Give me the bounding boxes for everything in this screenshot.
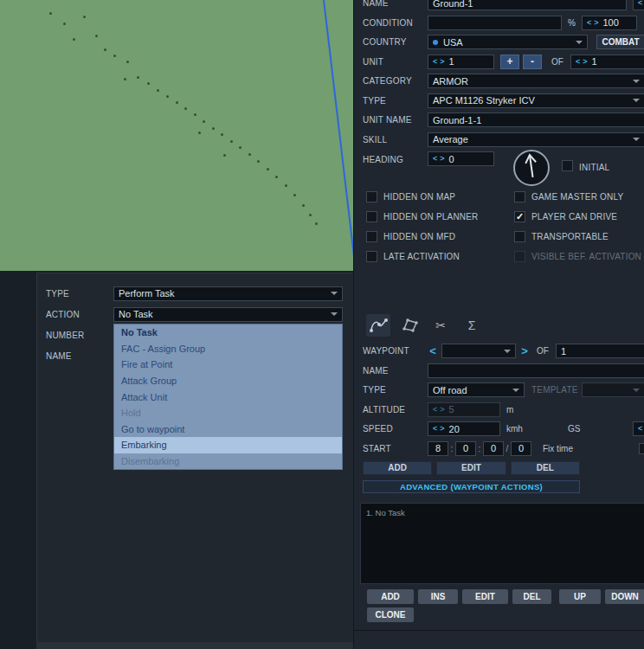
unit-total-spinner[interactable]: < > 1 xyxy=(570,55,644,69)
clone-row: CLONE xyxy=(367,607,644,622)
task-edit-button[interactable]: EDIT xyxy=(462,589,508,604)
task-up-button[interactable]: UP xyxy=(559,589,601,604)
waypoint-add-button[interactable]: ADD xyxy=(363,461,432,475)
condition-spinner[interactable]: < > 100 xyxy=(582,16,637,30)
task-type-dropdown[interactable]: Perform Task xyxy=(113,286,343,301)
speed-unit-label: kmh xyxy=(506,424,523,434)
task-add-button[interactable]: ADD xyxy=(367,589,414,604)
hidden-on-map-checkbox[interactable] xyxy=(366,191,377,202)
unit-name-label: UNIT NAME xyxy=(363,115,428,125)
spinner-right-icon[interactable]: > xyxy=(440,58,444,66)
country-dropdown[interactable]: USA xyxy=(428,35,588,49)
dropdown-option-highlighted[interactable]: Embarking xyxy=(114,437,342,453)
dropdown-option[interactable]: No Task xyxy=(114,324,342,341)
dropdown-option[interactable]: Go to waypoint xyxy=(114,421,342,438)
spinner-left-icon[interactable]: < xyxy=(587,19,591,27)
advanced-waypoint-actions-button[interactable]: ADVANCED (WAYPOINT ACTIONS) xyxy=(363,480,580,493)
hidden-on-planner-option: HIDDEN ON PLANNER xyxy=(366,211,514,222)
next-waypoint-button[interactable]: > xyxy=(519,344,530,357)
gs-spinner-clipped[interactable]: < > xyxy=(633,421,644,436)
waypoint-label: WAYPOINT xyxy=(363,346,428,356)
spinner-left-icon[interactable]: < xyxy=(638,0,642,7)
waypoint-del-button[interactable]: DEL xyxy=(511,461,580,475)
map-view[interactable] xyxy=(0,0,353,271)
type-dropdown[interactable]: APC M1126 Stryker ICV xyxy=(428,93,644,108)
spinner-left-icon[interactable]: < xyxy=(433,155,437,163)
waypoint-type-dropdown[interactable]: Off road xyxy=(428,382,525,397)
spinner-right-icon[interactable]: > xyxy=(440,425,444,433)
speed-spinner[interactable]: < > 20 xyxy=(428,421,500,436)
waypoint-total-input[interactable]: 1 xyxy=(556,344,644,358)
name-spinner-clipped[interactable]: < > xyxy=(633,0,644,10)
game-master-only-checkbox[interactable] xyxy=(514,191,525,202)
dropdown-option[interactable]: Disembarking xyxy=(114,453,342,470)
group-name-input[interactable]: Ground-1 xyxy=(428,0,627,10)
combat-button[interactable]: COMBAT xyxy=(596,35,644,49)
player-can-drive-checkbox[interactable]: ✓ xyxy=(514,211,525,222)
start-minutes-input[interactable]: 0 xyxy=(455,441,476,456)
task-ins-button[interactable]: INS xyxy=(418,589,458,604)
task-list[interactable]: 1. No Task xyxy=(360,503,644,584)
waypoint-edit-button[interactable]: EDIT xyxy=(436,461,506,475)
condition-value: 100 xyxy=(603,17,619,28)
waypoint-form: WAYPOINT < > OF 1 xyxy=(363,344,644,622)
task-list-item[interactable]: 1. No Task xyxy=(361,504,644,522)
spinner-left-icon[interactable]: < xyxy=(433,425,437,433)
category-dropdown[interactable]: ARMOR xyxy=(428,74,644,88)
task-action-label: ACTION xyxy=(46,310,113,319)
remove-unit-button[interactable]: - xyxy=(523,55,542,69)
spinner-right-icon[interactable]: > xyxy=(594,19,598,27)
late-activation-checkbox[interactable] xyxy=(366,251,377,262)
transportable-checkbox[interactable] xyxy=(514,231,525,242)
start-day-input[interactable]: 0 xyxy=(511,441,531,456)
player-can-drive-option: ✓ PLAYER CAN DRIVE xyxy=(514,211,644,222)
condition-input[interactable] xyxy=(428,16,562,30)
hidden-on-mfd-label: HIDDEN ON MFD xyxy=(383,232,455,241)
task-del-button[interactable]: DEL xyxy=(512,589,551,604)
chevron-down-icon xyxy=(633,138,640,141)
waypoint-name-input[interactable] xyxy=(428,363,644,378)
altitude-row: ALTITUDE < > 5 m xyxy=(363,402,644,417)
task-clone-button[interactable]: CLONE xyxy=(367,607,414,622)
unit-row: UNIT < > 1 + - OF < > 1 xyxy=(363,55,644,69)
prev-waypoint-button[interactable]: < xyxy=(428,344,438,357)
hidden-on-planner-checkbox[interactable] xyxy=(366,211,377,222)
skill-dropdown[interactable]: Average xyxy=(428,132,644,147)
start-hours-input[interactable]: 8 xyxy=(428,441,448,456)
dropdown-option[interactable]: Attack Unit xyxy=(114,389,342,405)
unit-count-spinner[interactable]: < > 1 xyxy=(428,55,494,69)
heading-spinner[interactable]: < > 0 xyxy=(428,151,494,166)
category-value: ARMOR xyxy=(433,76,468,87)
spinner-left-icon[interactable]: < xyxy=(433,58,437,66)
dropdown-option[interactable]: Attack Group xyxy=(114,373,342,389)
heading-compass[interactable] xyxy=(512,148,551,188)
unit-name-input[interactable]: Ground-1-1 xyxy=(428,112,644,127)
tab-summary[interactable]: Σ xyxy=(460,314,484,337)
add-unit-button[interactable]: + xyxy=(500,55,519,69)
dropdown-option[interactable]: Hold xyxy=(114,405,342,421)
task-down-button[interactable]: DOWN xyxy=(605,589,644,604)
spinner-right-icon[interactable]: > xyxy=(440,155,444,163)
tab-cut[interactable]: ✂ xyxy=(428,314,453,337)
task-action-dropdown[interactable]: No Task xyxy=(113,307,343,322)
start-seconds-input[interactable]: 0 xyxy=(483,441,504,456)
of-label: OF xyxy=(551,57,564,67)
waypoint-buttons: ADD EDIT DEL xyxy=(363,461,580,475)
task-type-row: TYPE Perform Task xyxy=(46,286,353,301)
initial-checkbox[interactable] xyxy=(562,160,573,171)
tab-zone[interactable] xyxy=(397,314,422,337)
waypoint-dropdown[interactable] xyxy=(441,344,516,358)
country-value: USA xyxy=(443,37,463,48)
dropdown-option[interactable]: Fire at Point xyxy=(114,357,342,373)
hidden-on-mfd-checkbox[interactable] xyxy=(366,231,377,242)
dropdown-option[interactable]: FAC - Assign Group xyxy=(114,341,342,357)
unit-total-value: 1 xyxy=(591,56,596,67)
fix-time-checkbox[interactable] xyxy=(639,443,644,454)
hidden-on-planner-label: HIDDEN ON PLANNER xyxy=(383,212,479,222)
spinner-right-icon[interactable]: > xyxy=(583,58,587,66)
chevron-down-icon xyxy=(331,292,338,295)
tab-route[interactable] xyxy=(366,314,390,337)
waypoint-row: WAYPOINT < > OF 1 xyxy=(363,344,644,358)
visible-before-activation-checkbox[interactable] xyxy=(514,251,525,262)
spinner-left-icon[interactable]: < xyxy=(576,58,580,66)
